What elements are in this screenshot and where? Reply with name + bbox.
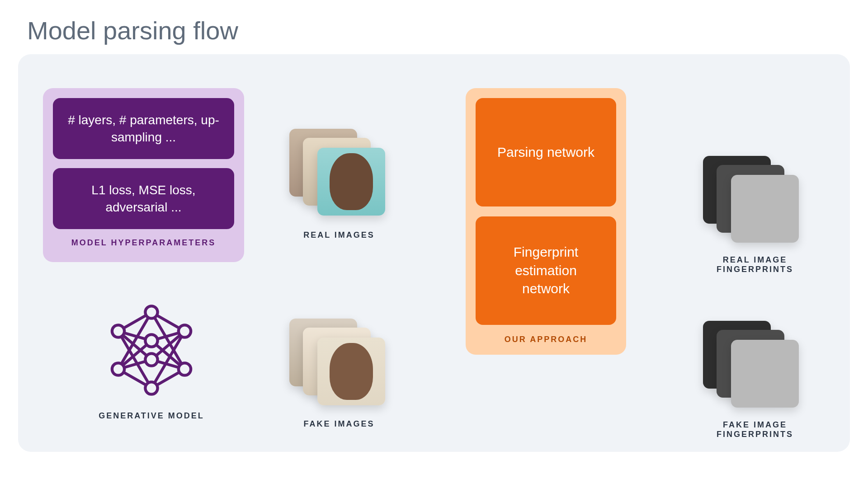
hyperparameters-box: # layers, # parameters, up-sampling ... … bbox=[43, 88, 244, 262]
svg-point-23 bbox=[145, 382, 157, 394]
real-image-card bbox=[317, 148, 385, 216]
fingerprint-card bbox=[731, 340, 799, 408]
fingerprint-network-block: Fingerprint estimation network bbox=[476, 216, 616, 325]
svg-point-16 bbox=[112, 325, 124, 337]
parsing-network-block: Parsing network bbox=[476, 98, 616, 206]
svg-point-17 bbox=[112, 363, 124, 375]
svg-point-21 bbox=[145, 334, 157, 347]
fake-images-label: FAKE IMAGES bbox=[289, 419, 389, 429]
fake-image-card bbox=[317, 338, 385, 405]
approach-box: Parsing network Fingerprint estimation n… bbox=[466, 88, 626, 355]
hyperparam-architecture: # layers, # parameters, up-sampling ... bbox=[53, 98, 234, 159]
hyperparam-losses: L1 loss, MSE loss, adversarial ... bbox=[53, 168, 234, 229]
svg-point-18 bbox=[179, 325, 191, 337]
diagram-title: Model parsing flow bbox=[27, 16, 238, 45]
neural-network-icon bbox=[104, 303, 199, 398]
svg-point-20 bbox=[145, 306, 157, 318]
fake-fingerprints-label: FAKE IMAGE FINGERPRINTS bbox=[698, 420, 811, 439]
fingerprint-card bbox=[731, 175, 799, 243]
approach-caption: OUR APPROACH bbox=[476, 335, 616, 344]
real-fingerprints-label: REAL IMAGE FINGERPRINTS bbox=[698, 255, 811, 274]
hyperparam-caption: MODEL HYPERPARAMETERS bbox=[53, 238, 234, 248]
svg-point-22 bbox=[145, 353, 157, 366]
generative-model-label: GENERATIVE MODEL bbox=[81, 411, 222, 421]
svg-point-19 bbox=[179, 363, 191, 375]
real-images-label: REAL IMAGES bbox=[289, 230, 389, 240]
